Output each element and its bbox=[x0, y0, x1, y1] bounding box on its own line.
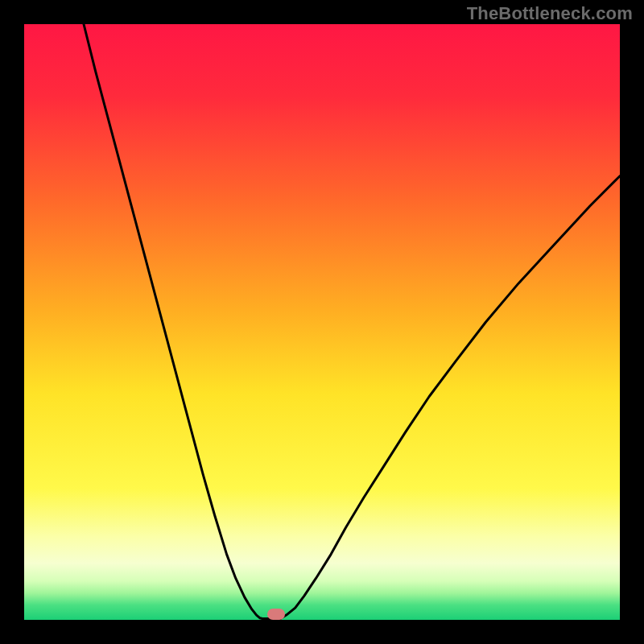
chart-frame: TheBottleneck.com bbox=[0, 0, 644, 644]
minimum-marker bbox=[267, 609, 285, 620]
curve-right bbox=[280, 176, 620, 619]
watermark-text: TheBottleneck.com bbox=[467, 3, 633, 24]
bottleneck-curve bbox=[24, 24, 620, 620]
plot-area bbox=[24, 24, 620, 620]
curve-left bbox=[84, 24, 262, 619]
